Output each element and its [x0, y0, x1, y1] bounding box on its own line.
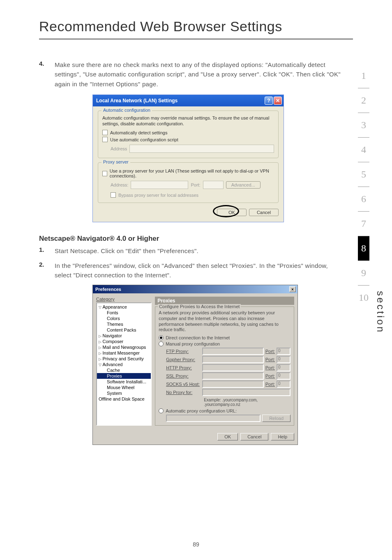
auto-detect-checkbox[interactable]	[102, 130, 108, 135]
http-port-input: 0	[277, 364, 291, 371]
tree-content-packs[interactable]: Content Packs	[97, 327, 151, 333]
lan-title: Local Area Network (LAN) Settings	[96, 98, 178, 104]
ftp-port-input: 0	[277, 348, 291, 355]
panel-description: A network proxy provides additional secu…	[159, 310, 291, 333]
nav-3[interactable]: 3	[358, 113, 369, 138]
step-number: 1.	[39, 246, 55, 256]
lan-settings-dialog: Local Area Network (LAN) Settings ? ✕ Au…	[92, 94, 284, 223]
cancel-button[interactable]: Cancel	[240, 433, 268, 440]
close-icon[interactable]: ✕	[274, 97, 282, 105]
port-label: Port:	[265, 382, 275, 387]
port-label: Port:	[265, 365, 275, 370]
netscape-heading: Netscape® Navigator® 4.0 or Higher	[39, 235, 343, 243]
nav-2[interactable]: 2	[358, 88, 369, 113]
proxies-groupbox: Configure Proxies to Access the Internet…	[155, 307, 294, 426]
proxy-address-input	[131, 181, 188, 189]
step-4: 4. Make sure there are no check marks ne…	[39, 60, 343, 89]
nav-5[interactable]: 5	[358, 162, 369, 187]
group-description: Automatic configuration may override man…	[102, 115, 274, 127]
nav-7[interactable]: 7	[358, 212, 369, 236]
ok-button[interactable]: OK	[217, 433, 238, 440]
nav-9[interactable]: 9	[358, 261, 369, 286]
port-label: Port:	[265, 349, 275, 354]
nav-4[interactable]: 4	[358, 138, 369, 162]
address-label: Address	[111, 146, 127, 151]
cancel-button[interactable]: Cancel	[249, 209, 279, 216]
auto-config-script-checkbox[interactable]	[102, 137, 108, 142]
nav-8[interactable]: 8	[358, 236, 369, 261]
port-label: Port:	[265, 357, 275, 362]
step-text: Start Netscape. Click on "Edit" then "Pr…	[55, 246, 198, 256]
http-label: HTTP Proxy:	[166, 365, 201, 370]
close-icon[interactable]: ×	[289, 286, 296, 292]
proxy-address-label: Address:	[111, 182, 128, 187]
noproxy-label: No Proxy for:	[166, 390, 201, 395]
gopher-label: Gopher Proxy:	[166, 357, 201, 362]
socks-port-input: 0	[277, 380, 291, 388]
bypass-label: Bypass proxy server for local addresses	[118, 193, 198, 198]
tree-appearance[interactable]: Appearance	[97, 304, 151, 310]
section-label: section	[375, 291, 386, 334]
tree-mail[interactable]: Mail and Newsgroups	[97, 344, 151, 350]
proxy-server-group: Proxy server Use a proxy server for your…	[98, 162, 279, 203]
tree-fonts[interactable]: Fonts	[97, 310, 151, 316]
tree-system[interactable]: System	[97, 390, 151, 396]
panel-title: Proxies	[155, 297, 294, 305]
manual-proxy-label: Manual proxy configuration	[166, 341, 220, 346]
help-button[interactable]: Help	[271, 433, 294, 440]
bypass-checkbox	[111, 192, 116, 198]
help-icon[interactable]: ?	[265, 97, 273, 105]
ftp-input	[202, 348, 264, 355]
ssl-input	[202, 372, 264, 380]
tree-offline[interactable]: Offline and Disk Space	[97, 396, 151, 402]
nav-1[interactable]: 1	[358, 64, 369, 88]
noproxy-input	[202, 389, 291, 396]
reload-button: Reload	[262, 415, 291, 422]
tree-colors[interactable]: Colors	[97, 316, 151, 321]
tree-cache[interactable]: Cache	[97, 367, 151, 373]
auto-proxy-label: Automatic proxy configuration URL:	[166, 408, 237, 413]
tree-privacy[interactable]: Privacy and Security	[97, 356, 151, 362]
prefs-title: Preferences	[95, 287, 121, 292]
tree-composer[interactable]: Composer	[97, 339, 151, 344]
lan-titlebar: Local Area Network (LAN) Settings ? ✕	[93, 95, 284, 106]
step-text: In the "Preferences" window, click on "A…	[55, 261, 343, 280]
ssl-label: SSL Proxy:	[166, 373, 201, 378]
page-number: 89	[0, 541, 392, 548]
category-tree[interactable]: Appearance Fonts Colors Themes Content P…	[96, 302, 152, 426]
nav-6[interactable]: 6	[358, 187, 369, 212]
proxy-port-input	[203, 181, 224, 189]
direct-connection-label: Direct connection to the Internet	[166, 335, 230, 340]
direct-connection-radio[interactable]	[159, 335, 164, 340]
tree-themes[interactable]: Themes	[97, 321, 151, 327]
tree-navigator[interactable]: Navigator	[97, 333, 151, 339]
prefs-titlebar: Preferences ×	[93, 285, 297, 293]
use-proxy-checkbox[interactable]	[102, 171, 107, 176]
preferences-dialog: Preferences × Category Appearance Fonts …	[92, 285, 298, 445]
ssl-port-input: 0	[277, 372, 291, 380]
http-input	[202, 364, 264, 371]
example-text: Example: .yourcompany.com, .yourcompany.…	[204, 398, 291, 407]
groupbox-legend: Configure Proxies to Access the Internet	[158, 304, 241, 309]
step-2: 2. In the "Preferences" window, click on…	[39, 261, 343, 280]
auto-config-script-label: Use automatic configuration script	[110, 137, 178, 142]
gopher-input	[202, 356, 264, 363]
proxy-port-label: Port:	[191, 182, 200, 187]
tree-proxies[interactable]: Proxies	[97, 373, 151, 379]
tree-advanced[interactable]: Advanced	[97, 362, 151, 367]
category-label: Category	[96, 297, 152, 302]
socks-input	[202, 380, 264, 388]
ftp-label: FTP Proxy:	[166, 349, 201, 354]
page-title: Recommended Web Browser Settings	[0, 0, 392, 39]
tree-mouse[interactable]: Mouse Wheel	[97, 385, 151, 390]
port-label: Port:	[265, 373, 275, 378]
nav-10[interactable]: 10	[358, 286, 369, 310]
gopher-port-input: 0	[277, 356, 291, 363]
manual-proxy-radio[interactable]	[159, 341, 164, 346]
tree-software[interactable]: Software Installati...	[97, 379, 151, 385]
ok-button[interactable]: OK	[217, 209, 247, 216]
tree-im[interactable]: Instant Messenger	[97, 350, 151, 356]
auto-proxy-radio[interactable]	[159, 408, 164, 413]
section-nav: 1 2 3 4 5 6 7 8 9 10	[358, 64, 369, 310]
use-proxy-label: Use a proxy server for your LAN (These s…	[110, 168, 274, 178]
